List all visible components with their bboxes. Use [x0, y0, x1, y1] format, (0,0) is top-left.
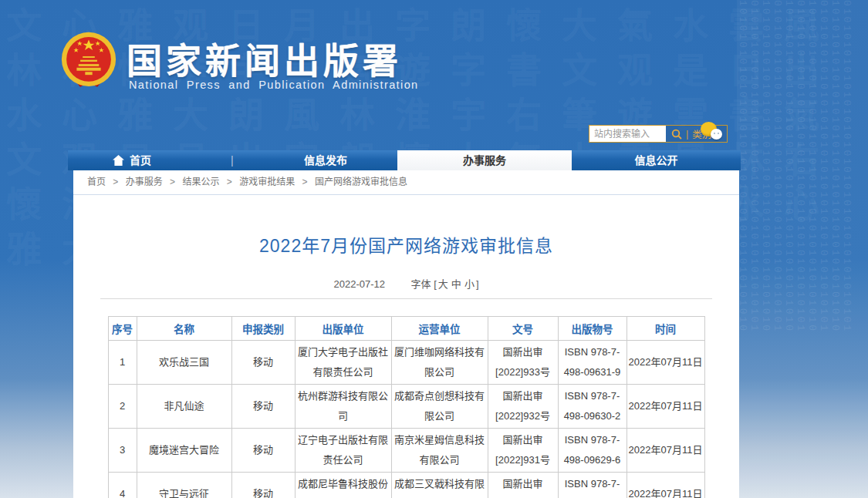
- breadcrumb-separator: >: [113, 177, 118, 187]
- table-cell-doc-no: 国新出审[2022]931号: [488, 429, 558, 473]
- site-subtitle: National Press and Publication Administr…: [129, 79, 419, 91]
- column-header-no: 序号: [108, 317, 137, 341]
- breadcrumb-link-home[interactable]: 首页: [87, 177, 106, 187]
- nav-tab-services[interactable]: 办事服务: [397, 150, 572, 170]
- table-cell-isbn: ISBN 978-7-498-09631-9: [558, 341, 627, 385]
- page-title: 2022年7月份国产网络游戏审批信息: [73, 231, 739, 257]
- main-nav: 首页 | 信息发布 办事服务 信息公开: [68, 150, 741, 170]
- binary-texture: 1010101010101010101010101010101010101010…: [737, 0, 868, 498]
- table-cell-name: 欢乐战三国: [137, 341, 231, 385]
- column-header-date: 时间: [627, 317, 704, 341]
- home-icon: [113, 155, 124, 166]
- search-divider: |: [686, 129, 688, 140]
- font-selector-suffix: ]: [476, 278, 479, 290]
- breadcrumb-separator: >: [302, 177, 308, 187]
- breadcrumb-separator: >: [170, 177, 175, 187]
- table-cell-category: 移动: [231, 473, 295, 498]
- nav-item-info-release[interactable]: 信息发布: [253, 150, 398, 170]
- table-row: 4守卫与远征移动成都尼毕鲁科技股份有限公司成都三叉戟科技有限公司国新出审[202…: [108, 473, 704, 498]
- national-emblem-icon: [59, 30, 119, 93]
- table-cell-publisher: 辽宁电子出版社有限责任公司: [295, 429, 391, 473]
- table-row: 2非凡仙途移动杭州群游科技有限公司成都奇点创想科技有限公司国新出审[2022]9…: [108, 385, 704, 429]
- breadcrumb-current: 国产网络游戏审批信息: [315, 177, 407, 187]
- breadcrumb-link-services[interactable]: 办事服务: [126, 177, 163, 187]
- table-cell-category: 移动: [231, 385, 295, 429]
- nav-item-home[interactable]: 首页: [113, 150, 151, 170]
- table-cell-publisher: 厦门大学电子出版社有限责任公司: [295, 341, 391, 385]
- table-cell-category: 移动: [231, 429, 295, 473]
- nav-separator: |: [231, 150, 234, 170]
- publish-date: 2022-07-12: [333, 278, 385, 290]
- font-size-medium[interactable]: 中: [451, 278, 461, 290]
- search-input[interactable]: [589, 126, 666, 142]
- table-cell-date: 2022年07月11日: [627, 429, 704, 473]
- breadcrumb-link-results[interactable]: 结果公示: [182, 177, 219, 187]
- nav-item-info-disclosure[interactable]: 信息公开: [572, 150, 741, 170]
- font-selector-prefix: 字体 [: [411, 278, 437, 290]
- table-cell-no: 3: [108, 429, 137, 473]
- table-cell-isbn: ISBN 978-7-498-09628-9: [558, 473, 627, 498]
- table-cell-doc-no: 国新出审[2022]932号: [488, 385, 558, 429]
- table-cell-no: 2: [108, 385, 137, 429]
- approval-table-body: 1欢乐战三国移动厦门大学电子出版社有限责任公司厦门维咖网络科技有限公司国新出审[…: [108, 341, 704, 498]
- table-row: 3魔境迷宫大冒险移动辽宁电子出版社有限责任公司南京米星姆信息科技有限公司国新出审…: [108, 429, 704, 473]
- wechat-icon[interactable]: [701, 122, 728, 143]
- table-cell-operator: 厦门维咖网络科技有限公司: [391, 341, 488, 385]
- site-title: 国家新闻出版署: [127, 32, 402, 83]
- table-cell-name: 守卫与远征: [137, 473, 231, 498]
- column-header-doc-no: 文号: [488, 317, 558, 341]
- table-row: 1欢乐战三国移动厦门大学电子出版社有限责任公司厦门维咖网络科技有限公司国新出审[…: [108, 341, 704, 385]
- table-cell-doc-no: 国新出审[2022]930号: [488, 473, 558, 498]
- breadcrumb-link-game-approvals[interactable]: 游戏审批结果: [239, 177, 295, 187]
- breadcrumb-separator: >: [227, 177, 232, 187]
- column-header-isbn: 出版物号: [558, 317, 627, 341]
- approval-table: 序号名称申报类别出版单位运营单位文号出版物号时间 1欢乐战三国移动厦门大学电子出…: [108, 316, 705, 498]
- page: 文心雅观日月出字朗懷大氣水雲風林右懷淮宇筆氣遊字書文观是日出水心雅大朗風林淮宇右…: [0, 0, 868, 498]
- column-header-publisher: 出版单位: [295, 317, 391, 341]
- table-cell-operator: 成都奇点创想科技有限公司: [391, 385, 488, 429]
- font-size-large[interactable]: 大: [438, 278, 448, 290]
- table-cell-isbn: ISBN 978-7-498-09629-6: [558, 429, 627, 473]
- table-cell-name: 非凡仙途: [137, 385, 231, 429]
- column-header-operator: 运营单位: [391, 317, 488, 341]
- search-icon[interactable]: [671, 129, 682, 140]
- table-cell-date: 2022年07月11日: [627, 473, 704, 498]
- table-cell-operator: 南京米星姆信息科技有限公司: [391, 429, 488, 473]
- table-cell-category: 移动: [231, 341, 295, 385]
- table-cell-name: 魔境迷宫大冒险: [137, 429, 231, 473]
- font-size-small[interactable]: 小: [464, 278, 475, 290]
- table-cell-publisher: 杭州群游科技有限公司: [295, 385, 391, 429]
- font-size-selector: 字体 [大中小]: [411, 278, 479, 290]
- table-header-row: 序号名称申报类别出版单位运营单位文号出版物号时间: [108, 317, 704, 341]
- table-cell-operator: 成都三叉戟科技有限公司: [391, 473, 488, 498]
- content-panel: 首页 > 办事服务 > 结果公示 > 游戏审批结果 > 国产网络游戏审批信息 2…: [73, 170, 739, 498]
- table-cell-no: 4: [108, 473, 137, 498]
- table-cell-doc-no: 国新出审[2022]933号: [488, 341, 558, 385]
- table-cell-publisher: 成都尼毕鲁科技股份有限公司: [295, 473, 391, 498]
- table-cell-no: 1: [108, 341, 137, 385]
- column-header-name: 名称: [137, 317, 231, 341]
- table-cell-date: 2022年07月11日: [627, 341, 704, 385]
- divider: [100, 298, 712, 299]
- breadcrumb: 首页 > 办事服务 > 结果公示 > 游戏审批结果 > 国产网络游戏审批信息: [73, 170, 739, 195]
- article-meta: 2022-07-12 字体 [大中小]: [73, 276, 739, 291]
- column-header-category: 申报类别: [231, 317, 295, 341]
- table-cell-date: 2022年07月11日: [627, 385, 704, 429]
- table-cell-isbn: ISBN 978-7-498-09630-2: [558, 385, 627, 429]
